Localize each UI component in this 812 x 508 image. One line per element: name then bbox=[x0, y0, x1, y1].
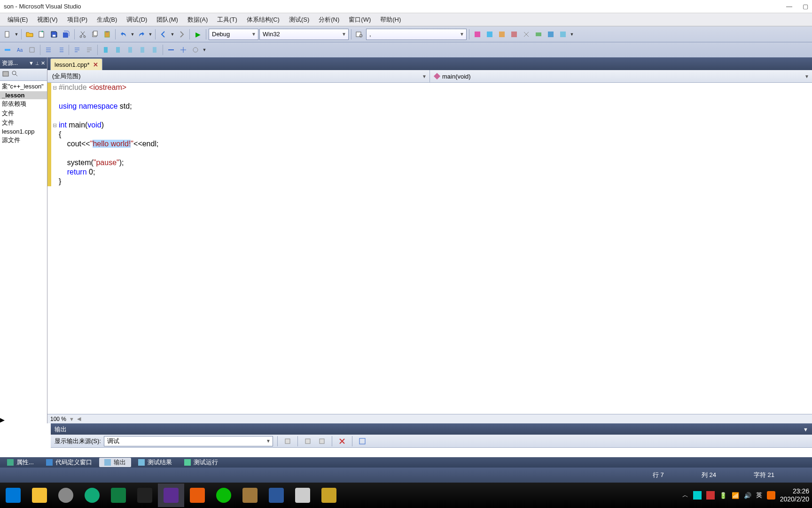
add-item-icon[interactable] bbox=[36, 29, 47, 40]
out-tool-3-icon[interactable] bbox=[316, 436, 328, 447]
scope-left-combo[interactable]: (全局范围)▼ bbox=[47, 70, 430, 82]
undo-dropdown[interactable]: ▼ bbox=[130, 32, 135, 37]
se-tool-1-icon[interactable] bbox=[2, 70, 9, 79]
ext-icon-6[interactable] bbox=[533, 29, 544, 40]
menu-view[interactable]: 视图(V) bbox=[32, 15, 62, 25]
open-icon[interactable] bbox=[24, 29, 35, 40]
menu-help[interactable]: 帮助(H) bbox=[375, 15, 406, 25]
task-app4[interactable] bbox=[79, 484, 105, 507]
new-file-icon[interactable] bbox=[2, 29, 13, 40]
out-tool-1-icon[interactable] bbox=[282, 436, 293, 447]
tray-battery-icon[interactable]: 🔋 bbox=[719, 492, 727, 499]
ext-icon-1[interactable] bbox=[472, 29, 483, 40]
platform-combo[interactable]: Win32▼ bbox=[259, 29, 349, 40]
tb2-icon-3[interactable] bbox=[26, 44, 38, 56]
tray-icon-1[interactable] bbox=[693, 491, 702, 500]
btab-codedef[interactable]: 代码定义窗口 bbox=[41, 458, 97, 467]
menu-arch[interactable]: 体系结构(C) bbox=[242, 15, 284, 25]
config-combo[interactable]: Debug▼ bbox=[209, 29, 258, 40]
bookmark-icon-3[interactable] bbox=[125, 44, 136, 56]
cut-icon[interactable] bbox=[77, 29, 88, 40]
save-icon[interactable] bbox=[48, 29, 60, 40]
tree-item-5[interactable]: 源文件 bbox=[0, 135, 47, 145]
maximize-button[interactable]: ▢ bbox=[803, 3, 808, 10]
uncomment-icon[interactable] bbox=[84, 44, 95, 56]
btab-output[interactable]: 输出 bbox=[99, 458, 131, 467]
copy-icon[interactable] bbox=[89, 29, 101, 40]
code-editor[interactable]: ⊟⊟ #include <iostream> using namespace s… bbox=[47, 83, 812, 414]
task-app12[interactable] bbox=[289, 484, 316, 507]
save-all-icon[interactable] bbox=[61, 29, 72, 40]
output-body[interactable] bbox=[51, 448, 812, 457]
close-pane-icon[interactable]: ✕ bbox=[41, 60, 45, 66]
tb2-icon-2[interactable]: Aa bbox=[14, 44, 25, 56]
bookmark-icon-1[interactable] bbox=[100, 44, 111, 56]
nav-fwd-icon[interactable] bbox=[176, 29, 187, 40]
scope-right-combo[interactable]: main(void)▼ bbox=[430, 70, 812, 82]
solution-tree[interactable]: 案"c++_lesson" _lesson 部依赖项 文件 文件 lesson1… bbox=[0, 81, 47, 416]
ext-icon-8[interactable] bbox=[557, 29, 569, 40]
menu-edit[interactable]: 编辑(E) bbox=[3, 15, 32, 25]
code-lines[interactable]: #include <iostream> using namespace std;… bbox=[58, 83, 812, 414]
tray-volume-icon[interactable]: 🔊 bbox=[744, 492, 751, 499]
tree-item-4[interactable]: lesson1.cpp bbox=[0, 127, 47, 135]
tree-item-0[interactable]: _lesson bbox=[0, 91, 47, 99]
redo-dropdown[interactable]: ▼ bbox=[148, 32, 153, 37]
tray-wifi-icon[interactable]: 📶 bbox=[732, 492, 739, 499]
start-debug-icon[interactable]: ▶ bbox=[192, 29, 203, 40]
find-in-files-icon[interactable] bbox=[354, 29, 365, 40]
output-header-dropdown-icon[interactable]: ▼ bbox=[803, 427, 808, 432]
find-combo[interactable]: ,▼ bbox=[366, 29, 467, 40]
tray-ime[interactable]: 英 bbox=[756, 491, 762, 500]
pin-icon[interactable]: ⟂ bbox=[36, 60, 39, 66]
nav-back-icon[interactable] bbox=[158, 29, 169, 40]
menu-project[interactable]: 项目(P) bbox=[62, 15, 92, 25]
out-tool-2-icon[interactable] bbox=[302, 436, 313, 447]
editor-tab-lesson1[interactable]: lesson1.cpp* ✕ bbox=[50, 58, 102, 70]
task-wechat[interactable] bbox=[211, 484, 237, 507]
tray-clock[interactable]: 23:26 2020/2/20 bbox=[780, 487, 809, 503]
task-excel[interactable] bbox=[105, 484, 132, 507]
tb2-nav-icon-3[interactable] bbox=[190, 44, 201, 56]
new-file-dropdown[interactable]: ▼ bbox=[14, 32, 19, 37]
menu-analyze[interactable]: 分析(N) bbox=[314, 15, 344, 25]
task-word[interactable] bbox=[263, 484, 289, 507]
bookmark-icon-4[interactable] bbox=[137, 44, 148, 56]
nav-back-dropdown[interactable]: ▼ bbox=[170, 32, 175, 37]
menu-team[interactable]: 团队(M) bbox=[152, 15, 183, 25]
minimize-button[interactable]: — bbox=[786, 3, 792, 10]
fold-column[interactable]: ⊟⊟ bbox=[51, 83, 58, 414]
tb2-dropdown[interactable]: ▼ bbox=[202, 48, 207, 52]
task-app13[interactable] bbox=[316, 484, 342, 507]
zoom-dropdown-icon[interactable]: ▼ bbox=[69, 416, 74, 422]
solution-explorer-header[interactable]: 资源... ▼⟂✕ bbox=[0, 57, 47, 69]
task-explorer[interactable] bbox=[26, 484, 53, 507]
task-edge[interactable] bbox=[0, 484, 26, 507]
menu-debug[interactable]: 调试(D) bbox=[122, 15, 152, 25]
menu-build[interactable]: 生成(B) bbox=[92, 15, 122, 25]
se-tool-2-icon[interactable] bbox=[11, 70, 19, 79]
menu-window[interactable]: 窗口(W) bbox=[344, 15, 375, 25]
ext-icon-2[interactable] bbox=[484, 29, 495, 40]
ext-icon-4[interactable] bbox=[508, 29, 520, 40]
scroll-left-icon[interactable]: ◀ bbox=[77, 416, 81, 422]
output-source-combo[interactable]: 调试▼ bbox=[104, 436, 273, 446]
task-vs[interactable] bbox=[158, 484, 184, 507]
btab-properties[interactable]: 属性... bbox=[2, 458, 39, 467]
tb2-icon-1[interactable] bbox=[2, 44, 13, 56]
pane-dropdown-icon[interactable]: ▼ bbox=[29, 60, 34, 66]
menu-data[interactable]: 数据(A) bbox=[183, 15, 212, 25]
indent-more-icon[interactable] bbox=[55, 44, 66, 56]
menu-test[interactable]: 测试(S) bbox=[284, 15, 314, 25]
ext-icon-7[interactable] bbox=[545, 29, 556, 40]
tree-item-1[interactable]: 部依赖项 bbox=[0, 99, 47, 109]
tree-scroll-right[interactable]: ▶ bbox=[0, 416, 47, 423]
bookmark-icon-2[interactable] bbox=[112, 44, 124, 56]
tree-root[interactable]: 案"c++_lesson" bbox=[0, 82, 47, 91]
zoom-value[interactable]: 100 % bbox=[50, 416, 66, 422]
task-app3[interactable] bbox=[53, 484, 79, 507]
redo-icon[interactable] bbox=[136, 29, 147, 40]
tray-icon-2[interactable] bbox=[706, 491, 715, 500]
btab-testresults[interactable]: 测试结果 bbox=[133, 458, 177, 467]
paste-icon[interactable] bbox=[102, 29, 113, 40]
